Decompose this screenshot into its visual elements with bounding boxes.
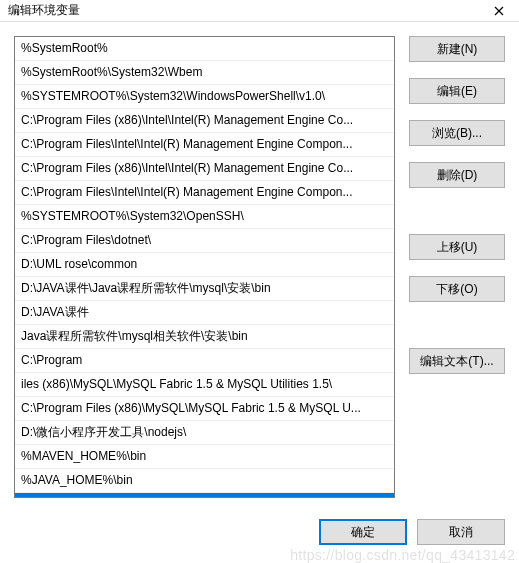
delete-button[interactable]: 删除(D) <box>409 162 505 188</box>
ok-button[interactable]: 确定 <box>319 519 407 545</box>
list-item[interactable]: D:\JAVA课件\Java课程所需软件\mysql\安装\bin <box>15 277 394 301</box>
new-button[interactable]: 新建(N) <box>409 36 505 62</box>
dialog-footer: 确定 取消 <box>319 519 505 545</box>
list-item[interactable]: C:\Program Files\Intel\Intel(R) Manageme… <box>15 181 394 205</box>
list-item[interactable]: C:\Program Files\dotnet\ <box>15 229 394 253</box>
edit-button[interactable]: 编辑(E) <box>409 78 505 104</box>
edit-text-button[interactable]: 编辑文本(T)... <box>409 348 505 374</box>
list-item[interactable]: C:\Program Files (x86)\Intel\Intel(R) Ma… <box>15 109 394 133</box>
browse-button[interactable]: 浏览(B)... <box>409 120 505 146</box>
list-item[interactable]: %SystemRoot%\System32\Wbem <box>15 61 394 85</box>
watermark-text: https://blog.csdn.net/qq_43413142 <box>290 547 515 563</box>
close-icon <box>494 6 504 16</box>
list-item[interactable]: D:\JAVA课件 <box>15 301 394 325</box>
list-item[interactable]: %JAVA_HOME%\bin <box>15 469 394 493</box>
list-item[interactable]: C:\Program Files\Intel\Intel(R) Manageme… <box>15 133 394 157</box>
list-item[interactable]: Java课程所需软件\mysql相关软件\安装\bin <box>15 325 394 349</box>
list-item[interactable]: D:\UML rose\common <box>15 253 394 277</box>
list-item[interactable]: %SYSTEMROOT%\System32\WindowsPowerShell\… <box>15 85 394 109</box>
list-item[interactable]: C:\Program Files (x86)\MySQL\MySQL Fabri… <box>15 397 394 421</box>
window-title: 编辑环境变量 <box>8 2 80 19</box>
list-item[interactable]: %JAVA_HOME%\jre\bin <box>15 493 394 498</box>
list-item[interactable]: %SYSTEMROOT%\System32\OpenSSH\ <box>15 205 394 229</box>
cancel-button[interactable]: 取消 <box>417 519 505 545</box>
close-button[interactable] <box>479 0 519 22</box>
move-up-button[interactable]: 上移(U) <box>409 234 505 260</box>
list-item[interactable]: C:\Program <box>15 349 394 373</box>
dialog-body: %SystemRoot%%SystemRoot%\System32\Wbem%S… <box>0 22 519 498</box>
button-sidebar: 新建(N) 编辑(E) 浏览(B)... 删除(D) 上移(U) 下移(O) 编… <box>409 36 505 498</box>
titlebar: 编辑环境变量 <box>0 0 519 22</box>
list-item[interactable]: %SystemRoot% <box>15 37 394 61</box>
list-item[interactable]: C:\Program Files (x86)\Intel\Intel(R) Ma… <box>15 157 394 181</box>
list-item[interactable]: D:\微信小程序开发工具\nodejs\ <box>15 421 394 445</box>
path-listbox[interactable]: %SystemRoot%%SystemRoot%\System32\Wbem%S… <box>14 36 395 498</box>
list-item[interactable]: iles (x86)\MySQL\MySQL Fabric 1.5 & MySQ… <box>15 373 394 397</box>
list-item[interactable]: %MAVEN_HOME%\bin <box>15 445 394 469</box>
move-down-button[interactable]: 下移(O) <box>409 276 505 302</box>
